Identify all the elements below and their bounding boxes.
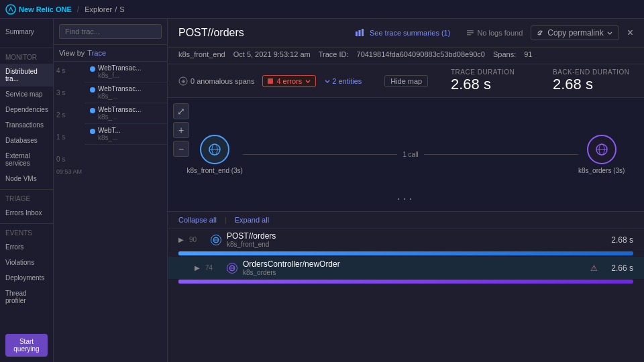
trace-item-0[interactable]: WebTransac... k8s_f... bbox=[85, 62, 167, 82]
hide-map-button[interactable]: Hide map bbox=[384, 75, 428, 87]
trace-id-value: 70419814fda604090883c53bd08e90c0 bbox=[357, 50, 485, 58]
trace-info-2: WebTransac... k8s_... bbox=[98, 106, 141, 121]
map-node-orders-label: k8s_orders (3s) bbox=[578, 167, 625, 174]
map-line-2 bbox=[424, 154, 578, 155]
close-button[interactable]: × bbox=[627, 27, 633, 39]
span-id-0: 90 bbox=[189, 236, 205, 243]
time-label-3s: 3 s bbox=[56, 89, 82, 97]
map-zoom-out-button[interactable]: − bbox=[173, 141, 189, 157]
spans-label: Spans: bbox=[493, 50, 516, 58]
sidebar-item-deployments[interactable]: Deployments bbox=[0, 270, 53, 286]
map-node-frontend-label: k8s_front_end (3s) bbox=[187, 167, 243, 174]
collapse-all-button[interactable]: Collapse all bbox=[178, 216, 217, 224]
trace-sub-1: k8s_... bbox=[98, 93, 141, 100]
detail-actions: See trace summaries (1) No logs found Co… bbox=[355, 25, 633, 40]
expand-all-button[interactable]: Expand all bbox=[235, 216, 269, 224]
entities-button[interactable]: 2 entities bbox=[324, 77, 362, 85]
slash-sep: / bbox=[115, 5, 117, 13]
map-node-orders-icon bbox=[587, 135, 616, 164]
sidebar-divider-2 bbox=[0, 189, 53, 190]
no-logs-indicator: No logs found bbox=[466, 29, 523, 37]
errors-badge[interactable]: 4 errors bbox=[262, 75, 316, 87]
errors-chevron-icon bbox=[305, 78, 311, 84]
svg-text:⊕: ⊕ bbox=[181, 78, 186, 84]
sidebar-item-external-services[interactable]: External services bbox=[0, 148, 53, 171]
svg-rect-5 bbox=[467, 32, 474, 34]
trace-info-1: WebTransac... k8s_... bbox=[98, 85, 141, 100]
explorer-nav[interactable]: Explorer bbox=[85, 5, 112, 13]
map-node-frontend-icon bbox=[200, 135, 229, 164]
svg-rect-6 bbox=[467, 34, 471, 36]
no-logs-icon bbox=[466, 29, 474, 37]
sidebar: Summary Monitor Distributed tra... Servi… bbox=[0, 19, 54, 362]
globe-icon bbox=[208, 143, 221, 156]
sidebar-item-transactions[interactable]: Transactions bbox=[0, 117, 53, 133]
sub-nav[interactable]: S bbox=[119, 5, 124, 13]
map-call-label: 1 call bbox=[402, 151, 418, 158]
top-nav[interactable]: Explorer / S bbox=[85, 5, 124, 13]
time-label-4s: 4 s bbox=[56, 67, 82, 74]
svg-rect-4 bbox=[467, 30, 474, 32]
trace-name-1: WebTransac... bbox=[98, 85, 141, 93]
span-id-1: 74 bbox=[205, 264, 221, 272]
trace-info-3: WebT... k8s_... bbox=[98, 127, 121, 141]
trace-tab[interactable]: Trace bbox=[87, 49, 106, 57]
trace-list-header bbox=[54, 19, 167, 45]
map-area: ⤢ + − k8s_front_end (3s) 1 call bbox=[168, 98, 644, 212]
svg-point-0 bbox=[6, 5, 15, 14]
triage-section-title: Triage bbox=[0, 192, 53, 205]
sidebar-item-errors[interactable]: Errors bbox=[0, 239, 53, 255]
logo-icon bbox=[5, 4, 16, 15]
copy-permalink-button[interactable]: Copy permalink bbox=[531, 25, 619, 40]
nav-separator: / bbox=[77, 5, 79, 14]
trace-item-2[interactable]: WebTransac... k8s_... bbox=[85, 103, 167, 124]
start-querying-button[interactable]: Start querying bbox=[5, 334, 48, 357]
svg-rect-2 bbox=[358, 30, 360, 36]
span-row-0[interactable]: ▶ 90 POST//orders k8s_front_end 2.68 s bbox=[168, 229, 644, 251]
trace-id-label: Trace ID: bbox=[319, 50, 349, 58]
map-node-orders: k8s_orders (3s) bbox=[578, 135, 625, 174]
trace-detail: Collapse all | Expand all ▶ 90 POST//ord… bbox=[168, 212, 644, 362]
sidebar-item-databases[interactable]: Databases bbox=[0, 133, 53, 148]
trace-name-3: WebT... bbox=[98, 127, 121, 134]
sidebar-item-thread-profiler[interactable]: Thread profiler bbox=[0, 286, 53, 308]
app-name: New Relic ONE bbox=[19, 5, 72, 13]
see-trace-summaries-button[interactable]: See trace summaries (1) bbox=[355, 28, 450, 38]
span-icon-1 bbox=[227, 263, 237, 274]
map-dots: ··· bbox=[396, 192, 415, 206]
span-sub-0: k8s_front_end bbox=[227, 241, 598, 248]
span-row-1[interactable]: ▶ 74 OrdersController/newOrder k8s_order… bbox=[168, 257, 644, 280]
sidebar-item-errors-inbox[interactable]: Errors Inbox bbox=[0, 205, 53, 221]
span-name-1: OrdersController/newOrder bbox=[243, 259, 585, 269]
trace-item-3[interactable]: WebT... k8s_... bbox=[85, 124, 167, 145]
events-section-title: Events bbox=[0, 227, 53, 239]
sidebar-item-violations[interactable]: Violations bbox=[0, 255, 53, 270]
time-label-timestamp: 09:53 AM bbox=[56, 168, 82, 175]
svg-rect-3 bbox=[362, 29, 364, 36]
map-expand-button[interactable]: ⤢ bbox=[173, 103, 189, 119]
trace-item-1[interactable]: WebTransac... k8s_... bbox=[85, 82, 167, 103]
sidebar-item-distributed-traces[interactable]: Distributed tra... bbox=[0, 64, 53, 86]
trace-info-0: WebTransac... k8s_f... bbox=[98, 64, 141, 79]
sidebar-item-summary[interactable]: Summary bbox=[0, 24, 53, 40]
detail-title: POST//orders bbox=[178, 27, 244, 39]
sidebar-item-dependencies[interactable]: Dependencies bbox=[0, 102, 53, 117]
span-globe-icon-0 bbox=[213, 237, 219, 243]
trace-dot-0 bbox=[90, 66, 95, 72]
trace-search-input[interactable] bbox=[59, 24, 162, 39]
trace-name-0: WebTransac... bbox=[98, 64, 141, 72]
map-zoom-in-button[interactable]: + bbox=[173, 122, 189, 138]
span-duration-0: 2.68 s bbox=[603, 235, 633, 245]
map-line bbox=[243, 154, 397, 155]
orders-globe-icon bbox=[595, 143, 608, 156]
monitor-section-title: Monitor bbox=[0, 51, 53, 64]
toolbar-sep: | bbox=[225, 216, 227, 224]
span-bar-1 bbox=[178, 280, 633, 284]
app-logo: New Relic ONE bbox=[5, 4, 72, 15]
span-expand-1[interactable]: ▶ bbox=[195, 264, 200, 272]
sidebar-item-node-vms[interactable]: Node VMs bbox=[0, 171, 53, 186]
backend-duration-stat: BACK-END DURATION 2.68 s bbox=[553, 68, 633, 93]
span-expand-0[interactable]: ▶ bbox=[178, 236, 184, 243]
trace-dot-3 bbox=[90, 129, 95, 134]
sidebar-item-service-map[interactable]: Service map bbox=[0, 86, 53, 102]
